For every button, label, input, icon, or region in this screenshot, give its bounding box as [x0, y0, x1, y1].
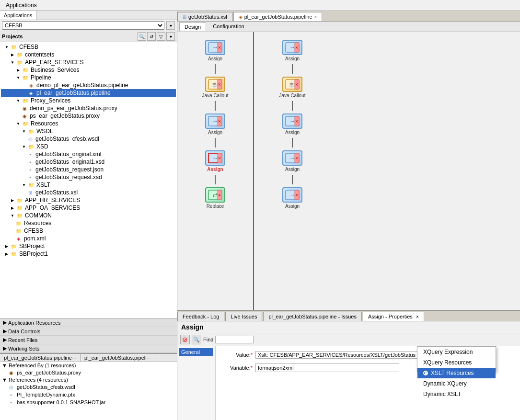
tab-applications[interactable]: Applications: [0, 11, 36, 20]
working-sets-section[interactable]: ▶ Working Sets: [0, 344, 177, 353]
tree-item-pom[interactable]: ◈ pom.xml: [1, 235, 176, 242]
node-assign3[interactable]: → × Assign: [205, 150, 225, 172]
node-assign1[interactable]: → × Assign: [205, 40, 225, 61]
project-tree[interactable]: ▼ 📁 CFESB ▶ 📁 contentsets ▼ 📁 APP_EAR_SE…: [0, 42, 177, 318]
assign-icon-2[interactable]: → ×: [205, 114, 225, 129]
workspace-dropdown[interactable]: CFESB: [2, 21, 164, 30]
tree-item-sbproject1[interactable]: ▶ 📁 SBProject1: [1, 250, 176, 258]
tree-item-xsd3[interactable]: ▪ getJobStatus_request.json: [1, 166, 176, 173]
filter-toolbar-btn[interactable]: ▽: [157, 32, 165, 41]
menu-applications[interactable]: Applications: [4, 1, 39, 10]
node-label-assign1: Assign: [208, 56, 222, 61]
tree-item-xsd1[interactable]: ▪ getJobStatus_original.xml: [1, 150, 176, 158]
node-assign6[interactable]: → × Assign: [282, 150, 302, 172]
ref-jar[interactable]: ▪ bas.sbsupporter-0.0.1-SNAPSHOT.jar: [0, 398, 177, 406]
tree-item-app-oa[interactable]: ▶ 📁 APP_OA_SERVICES: [1, 204, 176, 212]
tree-item-demo-proxy[interactable]: ◉ demo_ps_ear_getJobStatus.proxy: [1, 104, 176, 112]
tab-configuration[interactable]: Configuration: [208, 23, 249, 31]
editor-tab-pipeline[interactable]: ◈ pl_ear_getJobStatus.pipeline ×: [233, 12, 323, 21]
node-java1[interactable]: ☕ × Java Callout: [202, 77, 228, 98]
dropdown-xslt-res[interactable]: XSLT Resources: [417, 368, 496, 378]
node-assign7[interactable]: → × Assign: [282, 187, 302, 209]
tree-item-xsd4[interactable]: ▪ getJobStatus_request.xsd: [1, 173, 176, 181]
assign-icon-4[interactable]: → ×: [282, 40, 302, 55]
tree-item-wsdl-folder[interactable]: ▼ 📁 WSDL: [1, 127, 176, 135]
tree-item-cfesb2[interactable]: 📁 CFESB: [1, 227, 176, 235]
tree-item-contentsets[interactable]: ▶ 📁 contentsets: [1, 51, 176, 58]
tree-item-pipeline[interactable]: ▼ 📁 Pipeline: [1, 74, 176, 81]
tree-item-sbproject[interactable]: ▶ 📁 SBProject: [1, 242, 176, 250]
references-item[interactable]: ▼ References (4 resources): [0, 376, 177, 383]
pipeline-tab-close[interactable]: ×: [314, 14, 317, 20]
dropdown-xquery-res[interactable]: XQuery Resources: [417, 357, 496, 368]
settings-toolbar-btn[interactable]: ▾: [166, 32, 175, 41]
tree-label-demo-proxy: demo_ps_ear_getJobStatus.proxy: [30, 105, 117, 112]
java-icon-2[interactable]: ☕ ×: [282, 77, 302, 92]
node-assign2[interactable]: → × Assign: [205, 114, 225, 135]
projects-title: Projects: [2, 34, 136, 39]
tree-item-pl-ear-pipeline[interactable]: ▶ ◈ pl_ear_getJobStatus.pipeline: [1, 89, 176, 97]
dropdown-dynamic-xslt[interactable]: Dynamic XSLT: [417, 389, 496, 399]
value-field-container[interactable]: Xslt: CFESB/APP_EAR_SERVICES/Resources/X…: [255, 351, 418, 359]
node-replace[interactable]: ⇄ × Replace: [205, 187, 225, 209]
app-resources-section[interactable]: ▶ Application Resources: [0, 318, 177, 327]
tree-item-resources[interactable]: ▼ 📁 Resources: [1, 120, 176, 127]
sidebar-general[interactable]: General: [179, 348, 213, 356]
node-assign4[interactable]: → × Assign: [282, 40, 302, 61]
replace-icon[interactable]: ⇄ ×: [205, 187, 225, 203]
props-body: General Value:* Xslt: CFESB/APP_EAR_SERV…: [177, 346, 520, 420]
tree-item-business[interactable]: ▶ 📁 Business_Services: [1, 66, 176, 74]
ref-by-proxy[interactable]: ◉ ps_ear_getJobStatus.proxy: [0, 369, 177, 376]
assign-icon-3[interactable]: → ×: [205, 150, 225, 166]
pipeline-canvas-area[interactable]: → × Assign: [177, 32, 520, 310]
bottom-left-tab-1[interactable]: pl_ear_getJobStatus.pipeli···: [81, 354, 155, 362]
search-toolbar-btn[interactable]: 🔍: [138, 32, 146, 41]
java-icon-1[interactable]: ☕ ×: [205, 77, 225, 92]
search-icon-btn[interactable]: 🔍: [192, 335, 201, 344]
assign-icon-7[interactable]: → ×: [282, 187, 302, 203]
tree-item-demo-pipeline[interactable]: ▶ ◈ demo_pl_ear_getJobStatus.pipeline: [1, 81, 176, 89]
assign-icon-5[interactable]: → ×: [282, 114, 302, 129]
proxy-icon-ps: ◉: [21, 113, 28, 119]
refresh-toolbar-btn[interactable]: ↺: [147, 32, 156, 41]
bottom-tab-pipeline-issues[interactable]: pl_ear_getJobStatus.pipeline - Issues: [263, 312, 361, 321]
bottom-tab-issues[interactable]: Live Issues: [225, 312, 262, 321]
ref-wsdl[interactable]: ◎ getJobStatus_cfesb.wsdl: [0, 383, 177, 391]
connector-1-2: [215, 101, 216, 111]
tree-item-app-hr[interactable]: ▶ 📁 APP_HR_SERVICES: [1, 196, 176, 204]
node-java2[interactable]: ☕ × Java Callout: [279, 77, 305, 98]
tree-item-common-resources[interactable]: 📁 Resources: [1, 219, 176, 227]
editor-tab-xsl[interactable]: ⊞ getJobStatus.xsl: [177, 12, 232, 21]
tree-item-wsdl-file[interactable]: ◎ getJobStatus_cfesb.wsdl: [1, 135, 176, 143]
dropdown-xquery-expr[interactable]: XQuery Expression: [417, 347, 496, 357]
data-controls-section[interactable]: ▶ Data Controls: [0, 327, 177, 336]
assign-icon-6[interactable]: → ×: [282, 150, 302, 166]
tree-item-xsd-folder[interactable]: ▼ 📁 XSD: [1, 143, 176, 150]
dropdown-dynamic-xquery[interactable]: Dynamic XQuery: [417, 378, 496, 389]
bottom-tab-feedback[interactable]: Feedback - Log: [177, 312, 224, 321]
stop-btn[interactable]: ⊘: [180, 335, 190, 344]
assign-props-tab-close[interactable]: ×: [416, 314, 419, 319]
tree-item-cfesb[interactable]: ▼ 📁 CFESB: [1, 43, 176, 51]
svg-text:→: →: [289, 155, 295, 161]
workspace-settings-btn[interactable]: ▾: [166, 21, 175, 30]
ref-by-item[interactable]: ▼ Referenced By (1 resources): [0, 362, 177, 369]
variable-input[interactable]: [255, 363, 399, 372]
svg-text:×: ×: [295, 119, 298, 124]
find-input[interactable]: [215, 336, 254, 343]
tree-item-xsl-file[interactable]: ⊞ getJobStatus.xsl: [1, 189, 176, 196]
ref-ptx[interactable]: ▪ PI_TemplateDynamic.ptx: [0, 391, 177, 398]
tab-design[interactable]: Design: [179, 23, 206, 31]
tree-label-xsl-file: getJobStatus.xsl: [35, 189, 78, 196]
tree-item-xslt-folder[interactable]: ▼ 📁 XSLT: [1, 181, 176, 189]
tree-item-common[interactable]: ▼ 📁 COMMON: [1, 212, 176, 219]
node-assign5[interactable]: → × Assign: [282, 114, 302, 135]
tree-item-ps-proxy[interactable]: ◉ ps_ear_getJobStatus.proxy: [1, 112, 176, 120]
assign-icon-1[interactable]: → ×: [205, 40, 225, 55]
tree-item-xsd2[interactable]: ▪ getJobStatus_original1.xsd: [1, 158, 176, 166]
tree-item-proxy-services[interactable]: ▼ 📁 Proxy_Services: [1, 97, 176, 104]
bottom-left-tab-0[interactable]: pl_ear_getJobStatus.pipeline···: [0, 354, 81, 362]
bottom-tab-assign-props[interactable]: Assign - Properties ×: [363, 312, 424, 321]
recent-files-section[interactable]: ▶ Recent Files: [0, 336, 177, 344]
tree-item-app-ear[interactable]: ▼ 📁 APP_EAR_SERVICES: [1, 58, 176, 66]
